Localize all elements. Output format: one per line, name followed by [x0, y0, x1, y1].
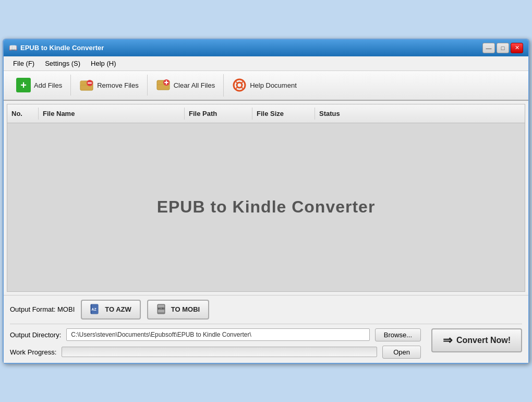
svg-line-10 [236, 82, 238, 84]
title-bar-left: 📖 EPUB to Kindle Converter [9, 44, 104, 52]
output-format-label: Output Format: MOBI [10, 305, 75, 313]
file-table: No. File Name File Path File Size Status… [7, 104, 525, 292]
output-dir-row: Output Directory: Browse... [10, 328, 421, 341]
add-files-button[interactable]: + Add Files [8, 75, 71, 96]
open-button[interactable]: Open [382, 346, 421, 359]
azw-icon: AZ [90, 304, 102, 315]
clear-all-icon [156, 77, 171, 93]
svg-rect-1 [80, 81, 84, 85]
window-controls: — □ ✕ [482, 43, 523, 53]
menu-settings[interactable]: Settings (S) [40, 58, 86, 69]
col-filepath: File Path [185, 108, 252, 120]
close-button[interactable]: ✕ [511, 43, 523, 53]
col-status: Status [315, 108, 525, 120]
svg-text:AZ: AZ [92, 308, 97, 311]
output-convert-row: Output Directory: Browse... Work Progres… [10, 328, 522, 359]
to-azw-label: TO AZW [105, 305, 131, 313]
mobi-icon: MOBI [156, 304, 168, 315]
output-format-row: Output Format: MOBI AZ TO AZW MOBI [10, 300, 522, 324]
menu-help[interactable]: Help (H) [86, 58, 121, 69]
menu-file[interactable]: File (F) [8, 58, 40, 69]
convert-arrow-icon: ⇒ [443, 334, 452, 347]
svg-text:MOBI: MOBI [158, 307, 165, 310]
col-filename: File Name [39, 108, 185, 120]
output-dir-label: Output Directory: [10, 331, 61, 339]
to-azw-button[interactable]: AZ TO AZW [81, 300, 141, 320]
progress-label: Work Progress: [10, 348, 56, 356]
app-window: 📖 EPUB to Kindle Converter — □ ✕ File (F… [3, 39, 529, 364]
progress-bar [62, 347, 377, 357]
toolbar: + Add Files Remove Files [4, 71, 528, 101]
menu-bar: File (F) Settings (S) Help (H) [4, 56, 528, 71]
bottom-left: Output Directory: Browse... Work Progres… [10, 328, 421, 359]
app-icon: 📖 [9, 44, 17, 52]
convert-now-button[interactable]: ⇒ Convert Now! [431, 328, 522, 352]
remove-files-label: Remove Files [97, 81, 138, 89]
progress-row: Work Progress: Open [10, 346, 421, 359]
remove-files-icon [79, 78, 94, 92]
help-icon [232, 78, 247, 92]
bottom-right: ⇒ Convert Now! [426, 328, 522, 352]
add-files-label: Add Files [34, 81, 62, 89]
col-no: No. [7, 108, 39, 120]
svg-line-12 [241, 82, 243, 84]
svg-line-11 [241, 87, 243, 89]
help-document-label: Help Document [250, 81, 297, 89]
add-files-icon: + [16, 78, 31, 92]
browse-button[interactable]: Browse... [375, 328, 421, 341]
convert-now-label: Convert Now! [456, 336, 511, 345]
svg-point-8 [234, 79, 245, 91]
svg-line-13 [236, 87, 238, 89]
table-header: No. File Name File Path File Size Status [7, 104, 525, 123]
watermark-text: EPUB to Kindle Converter [157, 197, 376, 217]
table-body: EPUB to Kindle Converter [7, 123, 525, 291]
clear-all-files-button[interactable]: Clear All Files [148, 74, 224, 97]
window-title: EPUB to Kindle Converter [20, 44, 104, 52]
clear-all-files-label: Clear All Files [174, 81, 215, 89]
help-document-button[interactable]: Help Document [224, 75, 305, 96]
minimize-button[interactable]: — [482, 43, 495, 53]
to-mobi-button[interactable]: MOBI TO MOBI [147, 300, 209, 320]
bottom-section: Output Format: MOBI AZ TO AZW MOBI [4, 295, 528, 363]
remove-files-button[interactable]: Remove Files [71, 75, 147, 96]
to-mobi-label: TO MOBI [171, 305, 200, 313]
title-bar: 📖 EPUB to Kindle Converter — □ ✕ [4, 40, 528, 56]
maximize-button[interactable]: □ [497, 43, 509, 53]
output-dir-input[interactable] [66, 328, 370, 341]
col-filesize: File Size [252, 108, 315, 120]
